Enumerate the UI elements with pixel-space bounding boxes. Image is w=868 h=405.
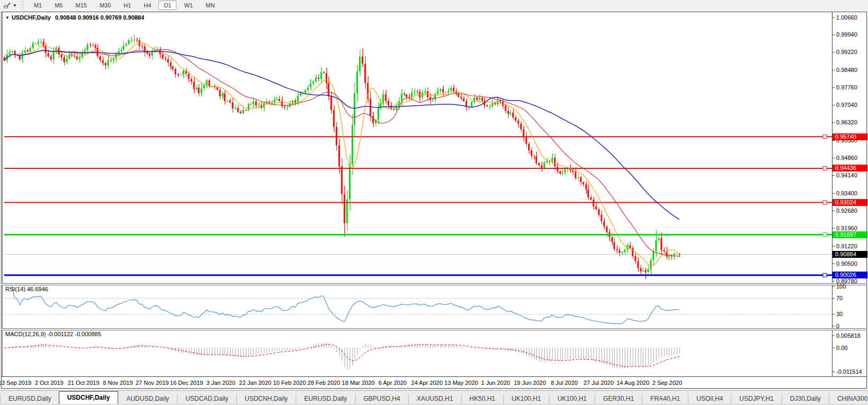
- price-line-tag: 0.90026: [832, 272, 867, 278]
- date-tick-label: 2 Sep 2020: [652, 380, 682, 386]
- date-tick-label: 27 Jul 2020: [583, 380, 614, 386]
- timeframe-toolbar: ▼ M1M5M15M30H1H4D1W1MN: [0, 0, 868, 11]
- chart-tabs: EURUSD,DailyUSDCHF,DailyAUDUSD,DailyUSDC…: [1, 391, 868, 404]
- price-tick-label: 1.00660: [836, 14, 857, 21]
- price-line-tag: 0.91697: [832, 231, 867, 238]
- date-tick-label: 22 Jan 2020: [239, 380, 271, 386]
- timeframe-button[interactable]: M15: [70, 1, 92, 10]
- price-line-tag: 0.95740: [832, 133, 867, 140]
- price-tick-label: 0.98480: [836, 67, 857, 73]
- price-tick-label: 0.91960: [836, 225, 857, 231]
- chart-tab[interactable]: EURUSD,Daily: [296, 394, 355, 404]
- chart-tab[interactable]: XAUUSD,H1: [408, 394, 461, 404]
- timeframe-button[interactable]: M30: [94, 1, 116, 10]
- date-tick-label: 28 Feb 2020: [307, 380, 340, 386]
- rsi-tick-label: 0: [836, 323, 839, 329]
- chart-tab[interactable]: UK100,H1: [503, 394, 549, 404]
- rsi-tick-label: 30: [836, 311, 843, 317]
- rsi-tick-label: 100: [836, 283, 846, 290]
- chart-left-border: [2, 12, 3, 376]
- price-tick-label: 0.94140: [836, 172, 857, 178]
- chart-pen-icon: [3, 2, 11, 9]
- price-tick-label: 0.90500: [836, 260, 857, 267]
- symbol-period-label: USDCHF,Daily: [12, 14, 51, 21]
- ohlc-readout: 0.90848 0.90916 0.90769 0.90884: [55, 14, 144, 21]
- chart-tab[interactable]: UK100,H1: [549, 394, 595, 404]
- chart-tab[interactable]: AUDUSD,Daily: [118, 394, 177, 404]
- date-tick-label: 6 Apr 2020: [378, 380, 406, 386]
- macd-tick-label: 0.00: [836, 345, 847, 351]
- price-tick-label: 0.99940: [836, 31, 857, 38]
- chart-tab[interactable]: USOil,H4: [688, 394, 731, 404]
- timeframe-button[interactable]: H4: [138, 1, 156, 10]
- price-tick-label: 0.94860: [836, 155, 857, 161]
- chart-tab-bar: EURUSD,DailyUSDCHF,DailyAUDUSD,DailyUSDC…: [0, 390, 868, 404]
- price-tick-label: 0.93400: [836, 190, 857, 196]
- macd-tick-label: -0.011514: [836, 368, 862, 375]
- date-tick-label: 1 Jun 2020: [481, 380, 510, 386]
- chart-tab[interactable]: GBPUSD,H4: [355, 394, 408, 404]
- chart-tab[interactable]: CHINA300,H1: [829, 394, 868, 404]
- date-tick-label: 14 Aug 2020: [616, 380, 649, 386]
- chart-tab[interactable]: GER30,H1: [595, 394, 642, 404]
- date-tick-label: 27 Nov 2019: [136, 380, 169, 386]
- timeframe-button[interactable]: M5: [49, 1, 68, 10]
- price-tick-label: 0.96320: [836, 119, 857, 125]
- price-tick-label: 0.97040: [836, 102, 857, 108]
- date-tick-label: 8 Jul 2020: [551, 380, 578, 386]
- date-tick-label: 13 May 2020: [445, 380, 479, 386]
- date-tick-label: 21 Oct 2019: [68, 380, 100, 386]
- price-tick-label: 0.99220: [836, 49, 857, 55]
- chart-tab[interactable]: DJ30,Daily: [782, 394, 829, 404]
- chart-tab[interactable]: USDJPY,H1: [731, 394, 781, 404]
- chart-title: ▼USDCHF,Daily0.90848 0.90916 0.90769 0.9…: [5, 14, 144, 21]
- date-tick-label: 24 Apr 2020: [411, 380, 442, 386]
- chart-tab[interactable]: USDCAD,Daily: [177, 394, 236, 404]
- date-axis-border: [1, 376, 867, 377]
- chart-tab[interactable]: HK50,H1: [461, 394, 503, 404]
- date-tick-label: 18 Mar 2020: [342, 380, 375, 386]
- macd-pane-splitter[interactable]: [1, 328, 866, 330]
- price-tick-label: 0.92680: [836, 208, 857, 214]
- timeframe-button[interactable]: D1: [158, 1, 176, 10]
- chart-window[interactable]: [1, 12, 867, 389]
- chart-tab[interactable]: USDCNH,Daily: [236, 394, 296, 404]
- date-tick-label: 13 Sep 2019: [0, 380, 31, 386]
- price-tick-label: 0.97760: [836, 84, 857, 91]
- chart-tab[interactable]: FRA40,H1: [642, 394, 688, 404]
- date-tick-label: 10 Feb 2020: [273, 380, 306, 386]
- price-line-tag: 0.93024: [832, 199, 867, 206]
- rsi-tick-label: 70: [836, 295, 843, 301]
- price-tick-label: 0.91220: [836, 243, 857, 249]
- trading-terminal-window: ▼ M1M5M15M30H1H4D1W1MN ▼USDCHF,Daily0.90…: [0, 0, 868, 405]
- price-line-tag: 0.94436: [832, 165, 867, 172]
- toolbar-grip[interactable]: [21, 1, 24, 10]
- date-tick-label: 16 Dec 2019: [170, 380, 203, 386]
- timeframe-button[interactable]: MN: [200, 1, 220, 10]
- date-tick-label: 8 Nov 2019: [103, 380, 132, 386]
- rsi-label: RSI(14) 46.6946: [5, 286, 48, 292]
- macd-tick-label: 0.005818: [836, 332, 861, 339]
- chart-tab[interactable]: EURUSD,Daily: [1, 394, 59, 404]
- timeframe-buttons: M1M5M15M30H1H4D1W1MN: [28, 0, 221, 11]
- collapse-arrow-icon[interactable]: ▼: [5, 15, 10, 20]
- date-tick-label: 19 Jun 2020: [514, 380, 546, 386]
- date-tick-label: 2 Oct 2019: [35, 380, 64, 386]
- chart-tab[interactable]: USDCHF,Daily: [59, 391, 119, 404]
- current-price-tag: 0.90884: [832, 251, 867, 258]
- timeframe-button[interactable]: H1: [118, 1, 136, 10]
- price-axis-border: [832, 12, 832, 377]
- timeframe-button[interactable]: M1: [29, 1, 47, 10]
- timeframe-button[interactable]: W1: [179, 1, 198, 10]
- chart-tool-icon[interactable]: ▼: [0, 1, 20, 10]
- date-tick-label: 3 Jan 2020: [207, 380, 235, 386]
- rsi-pane-splitter[interactable]: [1, 283, 866, 285]
- macd-label: MACD(12,26,9) -0.001122 -0.000885: [5, 331, 101, 337]
- chevron-down-icon: ▼: [13, 3, 17, 8]
